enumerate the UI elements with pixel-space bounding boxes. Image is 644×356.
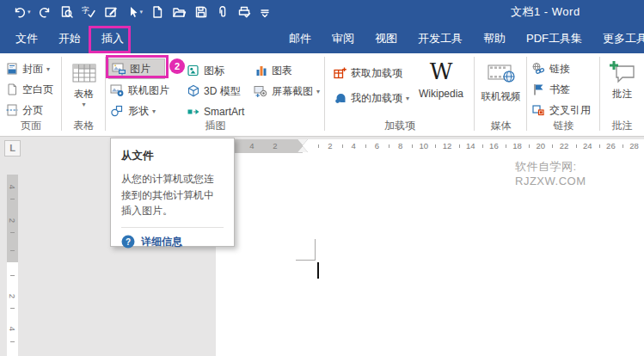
online-video-button[interactable]: 联机视频 [475, 58, 527, 103]
ribbon: 封面 ▾ 空白页 分页 页面 [0, 53, 644, 137]
online-pictures-button[interactable]: 联机图片 [106, 81, 181, 100]
illustrations-group: 2 图片 联机图片 [106, 53, 325, 136]
shapes-label: 形状 [128, 104, 149, 119]
chevron-down-icon: ▾ [406, 95, 409, 102]
tooltip-title: 从文件 [121, 149, 224, 163]
insert-icons-button[interactable]: 图标 [181, 61, 249, 80]
addins-group-label: 加载项 [325, 119, 475, 133]
title-bar: ▾字▾ 文档1 - Word [0, 0, 644, 24]
help-icon: ? [121, 235, 135, 249]
insert-icons-icon [186, 64, 200, 77]
picture-icon [112, 62, 126, 76]
tell-me-more-link[interactable]: ? 详细信息 [121, 235, 224, 249]
bookmark-button[interactable]: 书签 [527, 80, 600, 99]
cover-page-icon [4, 62, 19, 76]
tab-more-tools[interactable]: 更多工具 [592, 24, 644, 53]
ruler-mark [365, 144, 366, 148]
illustrations-group-label: 插图 [106, 119, 325, 133]
shapes-button[interactable]: 形状 ▾ [106, 101, 181, 120]
ruler-mark: 4 [352, 139, 356, 153]
tab-insert[interactable]: 插入 [91, 24, 134, 53]
new-document-icon[interactable] [150, 5, 164, 19]
ruler-mark [482, 144, 483, 148]
ruler-mark: 26 [606, 139, 616, 153]
attachment-icon[interactable] [216, 5, 230, 19]
tab-view[interactable]: 视图 [365, 24, 408, 53]
word-window: ▾字▾ 文档1 - Word 文件开始插入邮件审阅视图开发工具帮助PDF工具集更… [0, 0, 644, 356]
screenshot-button[interactable]: 屏幕截图 ▾ [249, 82, 325, 101]
my-addins-label: 我的加载项 [351, 91, 402, 106]
tab-stop-selector[interactable]: L [4, 140, 21, 157]
chevron-down-icon: ▾ [62, 101, 106, 108]
open-icon[interactable] [172, 5, 187, 19]
first-line-indent-marker[interactable] [297, 139, 308, 145]
3d-model-label: 3D 模型 [204, 84, 241, 99]
chevron-down-icon: ▾ [316, 88, 320, 95]
screenshot-icon [254, 84, 268, 98]
new-comment-button[interactable]: 批注 [600, 58, 644, 101]
tab-developer[interactable]: 开发工具 [408, 24, 473, 53]
redo-icon[interactable] [39, 5, 52, 19]
ruler-mark: 2 [8, 291, 17, 302]
tab-home[interactable]: 开始 [48, 24, 91, 53]
pages-group: 封面 ▾ 空白页 分页 页面 [0, 53, 62, 136]
chevron-down-icon: ▾ [152, 107, 156, 115]
online-video-icon [475, 58, 527, 88]
table-button[interactable]: 表格 ▾ [62, 58, 106, 108]
page-break-label: 分页 [22, 103, 43, 118]
text-cursor [317, 262, 319, 279]
ruler-mark [10, 232, 15, 233]
customize-toolbar-icon[interactable] [260, 5, 270, 19]
touch-mouse-mode-icon[interactable]: ▾ [126, 5, 144, 19]
ruler-mark [412, 144, 413, 148]
ruler-mark [10, 250, 15, 251]
my-addins-button[interactable]: 我的加载项 ▾ [328, 89, 409, 107]
page-break-button[interactable]: 分页 [0, 101, 62, 120]
table-icon [62, 58, 106, 88]
hanging-indent-marker[interactable] [297, 146, 308, 152]
quick-print-icon[interactable] [237, 5, 252, 19]
picture-button[interactable]: 图片 [108, 58, 165, 79]
tab-file[interactable]: 文件 [5, 24, 48, 53]
comments-group: 批注 批注 [600, 53, 644, 136]
tab-pdf-tools[interactable]: PDF工具集 [516, 24, 592, 53]
new-comment-label: 批注 [600, 88, 644, 101]
bookmark-icon [531, 83, 546, 96]
addins-group: 获取加载项 我的加载项 ▾ W Wikipedia 加载项 [325, 53, 475, 136]
ruler-mark: 10 [420, 139, 429, 153]
tab-help[interactable]: 帮助 [473, 24, 516, 53]
text-boundary-corner-mark [296, 260, 316, 261]
tab-review[interactable]: 审阅 [322, 24, 365, 53]
cross-reference-icon [531, 103, 546, 117]
step-badge: 2 [169, 58, 185, 74]
tooltip-body: 从您的计算机或您连接到的其他计算机中插入图片。 [121, 171, 224, 219]
ruler-mark [623, 144, 623, 148]
get-addins-button[interactable]: 获取加载项 [328, 64, 402, 83]
tab-mailings[interactable]: 邮件 [279, 24, 322, 53]
blank-page-label: 空白页 [22, 83, 53, 97]
ruler-mark: 22 [560, 139, 569, 153]
link-button[interactable]: 链接 [527, 59, 600, 78]
edit-mode-icon[interactable] [104, 5, 118, 19]
blank-page-button[interactable]: 空白页 [0, 80, 62, 99]
print-preview-icon[interactable] [60, 5, 74, 19]
cover-page-button[interactable]: 封面 ▾ [0, 59, 62, 78]
page-break-icon [4, 103, 19, 117]
ruler-mark: 20 [537, 139, 546, 153]
media-group: 联机视频 媒体 [475, 53, 527, 136]
spelling-check-icon[interactable]: 字 [82, 5, 96, 19]
ruler-mark [342, 144, 343, 148]
ruler-mark [10, 199, 15, 199]
screenshot-label: 屏幕截图 [272, 84, 313, 99]
ruler-mark [506, 144, 506, 148]
shapes-icon [110, 104, 125, 118]
3d-models-button[interactable]: 3D 模型 [181, 82, 249, 101]
wikipedia-button[interactable]: W Wikipedia [413, 57, 469, 100]
save-icon[interactable] [194, 5, 208, 19]
cross-reference-button[interactable]: 交叉引用 [527, 101, 600, 120]
ruler-mark [576, 144, 577, 148]
pages-group-label: 页面 [0, 119, 62, 133]
undo-icon[interactable]: ▾ [12, 5, 31, 19]
media-group-label: 媒体 [475, 119, 527, 133]
chart-button[interactable]: 图表 [249, 61, 325, 80]
